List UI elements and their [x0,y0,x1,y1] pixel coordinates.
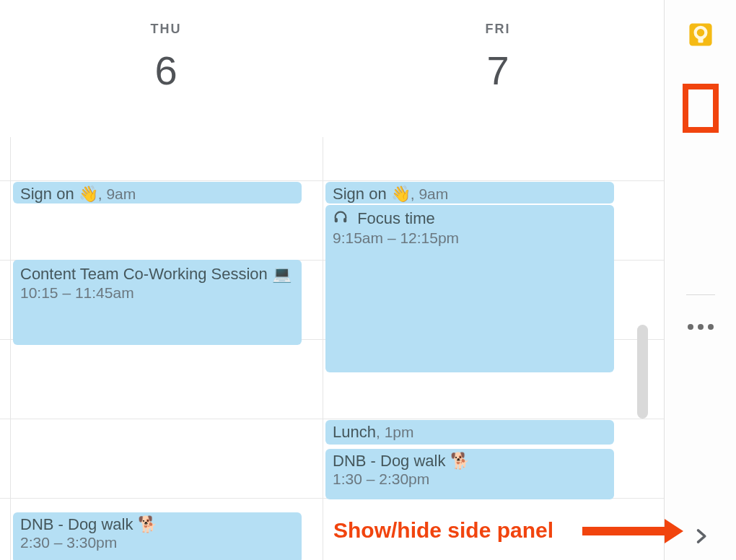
app-contacts[interactable] [665,144,736,216]
annotation-label: Show/hide side panel [333,518,553,543]
dot-icon [698,324,704,330]
event-thu-signon[interactable]: Sign on 👋, 9am [13,182,302,204]
more-apps-button[interactable] [688,310,714,344]
event-time: 9am [419,185,448,202]
day-header-fri: FRI 7 [332,0,664,137]
event-time: 9am [106,185,136,202]
event-time: 9:15am – 12:15pm [333,229,607,247]
event-fri-lunch[interactable]: Lunch, 1pm [325,420,614,445]
event-time: 1:30 – 2:30pm [333,471,607,488]
event-time: 2:30 – 3:30pm [20,534,294,551]
dow-label: FRI [332,22,664,37]
hour-line [0,180,664,181]
calendar-grid: THU 6 FRI 7 Sign on 👋, 9am Content Team [0,0,664,560]
side-panel-divider [686,294,715,295]
day-number[interactable]: 6 [0,47,332,94]
svg-rect-4 [698,38,703,43]
event-title: Focus time [333,209,607,229]
event-title: Sign on 👋 [20,185,98,203]
day-headers: THU 6 FRI 7 [0,0,664,137]
side-panel [664,0,736,560]
annotation-highlight-box [683,84,719,133]
dot-icon [688,324,693,330]
day-header-thu: THU 6 [0,0,332,137]
event-title: Content Team Co-Working Session 💻 [20,264,294,284]
event-title: DNB - Dog walk 🐕 [20,515,294,534]
event-title-text: Focus time [357,209,435,227]
app-maps[interactable] [665,216,736,289]
event-fri-focus[interactable]: Focus time 9:15am – 12:15pm [325,205,614,372]
scrollbar-thumb[interactable] [637,325,648,419]
event-title: Lunch [333,423,376,441]
app-keep[interactable] [665,0,736,72]
column-divider [323,137,323,560]
event-thu-cowork[interactable]: Content Team Co-Working Session 💻 10:15 … [13,260,302,345]
calendar-body[interactable]: Sign on 👋, 9am Content Team Co-Working S… [10,137,635,560]
day-number[interactable]: 7 [332,47,664,94]
dot-icon [708,324,714,330]
svg-rect-0 [335,218,338,222]
chevron-right-icon [691,526,711,549]
event-time: 10:15 – 11:45am [20,284,294,302]
column-border [10,137,11,560]
keep-icon [688,22,713,50]
event-fri-walk[interactable]: DNB - Dog walk 🐕 1:30 – 2:30pm [325,449,614,499]
annotation-arrow-icon [582,527,666,535]
event-time: 1pm [385,424,414,440]
event-thu-walk[interactable]: DNB - Dog walk 🐕 2:30 – 3:30pm [13,512,302,560]
event-title: DNB - Dog walk 🐕 [333,452,607,471]
dow-label: THU [0,22,332,37]
hour-line [0,419,664,419]
event-title: Sign on 👋 [333,185,411,203]
headphones-icon [333,209,349,229]
app-tasks[interactable] [665,72,736,144]
event-fri-signon[interactable]: Sign on 👋, 9am [325,182,614,204]
svg-rect-1 [343,218,346,222]
